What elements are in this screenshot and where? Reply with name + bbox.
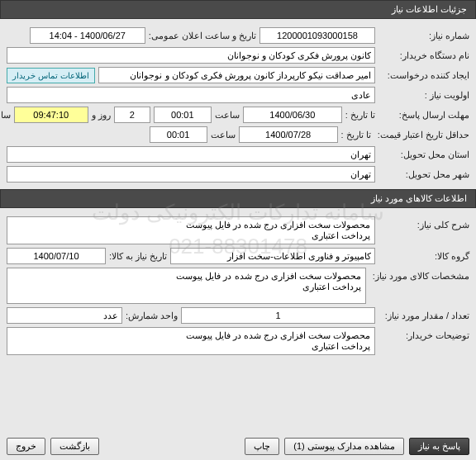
unit-field[interactable]: [7, 307, 122, 324]
deadline-time-field[interactable]: [154, 107, 212, 123]
deadline-date-field[interactable]: [243, 107, 342, 123]
label-qty: تعداد / مقدار مورد نیاز:: [378, 311, 469, 321]
label-until-2: تا تاریخ :: [341, 130, 371, 140]
label-buyer-note: توضیحات خریدار:: [378, 327, 469, 341]
label-buyer: نام دستگاه خریدار:: [378, 50, 469, 61]
buyer-field[interactable]: [7, 47, 375, 64]
section-header-details: جزئیات اطلاعات نیاز: [0, 0, 476, 19]
label-until-1: تا تاریخ :: [345, 110, 375, 121]
label-creator: ایجاد کننده درخواست:: [378, 70, 469, 81]
buyer-note-field[interactable]: [7, 327, 375, 355]
announce-date-field[interactable]: [30, 27, 145, 44]
priority-field[interactable]: [7, 87, 375, 103]
label-desc: شرح کلی نیاز:: [378, 216, 469, 230]
exit-button[interactable]: خروج: [7, 438, 45, 455]
label-group: گروه کالا:: [378, 251, 469, 262]
label-province: استان محل تحویل:: [378, 149, 469, 160]
print-button[interactable]: چاپ: [245, 438, 279, 455]
credit-date-field[interactable]: [239, 126, 338, 143]
reply-button[interactable]: پاسخ به نیاز: [409, 438, 469, 455]
label-need-number: شماره نیاز:: [378, 31, 469, 41]
form-details: شماره نیاز: تاریخ و ساعت اعلان عمومی: نا…: [0, 24, 476, 189]
time-remain-field: [14, 107, 88, 123]
province-field[interactable]: [7, 146, 375, 163]
view-attachments-button[interactable]: مشاهده مدارک پیوستی (1): [284, 438, 404, 455]
label-days: روز و: [92, 110, 111, 121]
need-number-field[interactable]: [259, 27, 375, 44]
label-spec: مشخصات کالای مورد نیاز:: [369, 268, 469, 282]
desc-field[interactable]: [7, 216, 375, 244]
city-field[interactable]: [7, 166, 375, 183]
label-credit: حداقل تاریخ اعتبار قیمت:: [374, 130, 469, 140]
back-button[interactable]: بازگشت: [50, 438, 99, 455]
group-field[interactable]: [170, 248, 375, 264]
label-remain: ساعت باقی مانده: [0, 110, 11, 121]
label-unit: واحد شمارش:: [126, 311, 178, 321]
label-time-2: ساعت: [211, 130, 236, 140]
credit-time-field[interactable]: [150, 126, 207, 143]
need-date-field[interactable]: [7, 248, 106, 264]
creator-field[interactable]: [98, 67, 375, 83]
label-need-date: تاریخ نیاز به کالا:: [109, 251, 167, 262]
label-deadline: مهلت ارسال پاسخ:: [378, 110, 469, 121]
label-city: شهر محل تحویل:: [378, 169, 469, 180]
footer-toolbar: پاسخ به نیاز مشاهده مدارک پیوستی (1) چاپ…: [7, 438, 469, 455]
section-header-goods: اطلاعات کالاهای مورد نیاز: [0, 189, 476, 208]
label-time-1: ساعت: [215, 110, 240, 121]
qty-field[interactable]: [181, 307, 375, 324]
label-announce: تاریخ و ساعت اعلان عمومی:: [149, 31, 256, 41]
form-goods: شرح کلی نیاز: گروه کالا: تاریخ نیاز به ک…: [0, 213, 476, 362]
days-remain-field[interactable]: [114, 107, 150, 123]
label-priority: اولویت نیاز :: [378, 90, 469, 101]
spec-field[interactable]: [7, 268, 366, 304]
contact-buyer-button[interactable]: اطلاعات تماس خریدار: [7, 68, 95, 83]
